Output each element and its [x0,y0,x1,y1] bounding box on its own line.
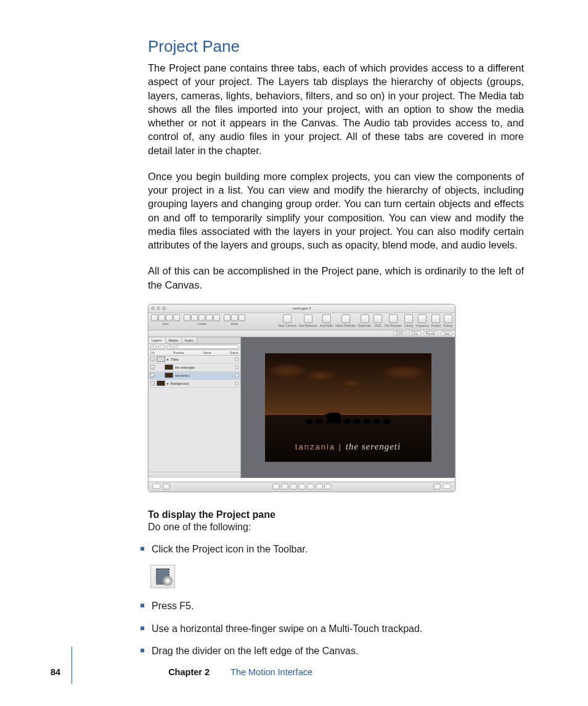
body-paragraph: All of this can be accomplished in the P… [148,264,524,292]
step-back-icon [281,483,288,490]
instruction-subtext: Do one of the following: [148,522,524,533]
tool-icon [239,314,245,321]
remove-button: − [158,345,165,349]
column-on: On [150,351,155,355]
project-icon [431,314,440,323]
canvas-text-part1: tanzania | [295,442,346,451]
toolbar-label: HUD [375,324,382,327]
canvas-area: tanzania | the serengeti [241,337,455,478]
make-particles-icon [341,314,350,323]
zoom-icon [162,306,166,310]
layer-row: ✓ tanzania | [149,372,240,380]
record-icon [316,483,323,490]
layers-list: ✓ ▸ Titles ✓ the serengeti [149,356,240,472]
elephant-silhouette [364,419,370,424]
layer-name: tanzania | [175,374,190,377]
chapter-title: The Motion Interface [231,667,312,677]
layer-row: ✓ ▸ Background [149,380,240,388]
play-icon [290,483,297,490]
lock-icon [235,358,239,361]
loop-icon [324,483,332,490]
add-button: + [150,345,157,349]
canvas-options-bar: 100% Color Render View [149,330,455,337]
tab-audio: Audio [182,337,197,343]
layer-name: Background [171,382,189,385]
bullet-item: Click the Project icon in the Toolbar. [141,543,524,588]
layer-name: the serengeti [175,366,195,369]
bullet-text: Click the Project icon in the Toolbar. [152,544,308,554]
view-mode: View [441,331,452,336]
elephant-silhouette [384,419,390,424]
tab-media: Media [166,337,182,343]
transport-button [433,483,441,490]
canvas-text-part2: the serengeti [346,441,401,451]
tool-icon [184,314,190,321]
toolbar-label: Create [197,322,206,326]
layer-thumbnail [165,372,173,378]
go-to-end-icon [307,483,314,490]
lock-icon [235,374,239,377]
bullet-text: Use a horizontal three-finger swipe on a… [152,623,422,634]
transport-button [163,483,170,490]
minimize-icon [157,306,160,310]
inspector-icon [418,314,427,323]
bullet-item: Press F5. [141,599,524,613]
layer-name: Titles [171,358,179,361]
checkbox-icon: ✓ [150,365,155,369]
elephant-silhouette [326,413,341,424]
tool-icon [213,314,220,321]
tool-icon [191,314,198,321]
toolbar-label: Make Particles [335,324,356,327]
app-window: serengeti 4 View [148,304,455,492]
pane-footer [149,472,240,478]
checkbox-icon: ✓ [150,373,155,377]
chapter-label: Chapter 2 [168,667,210,677]
toolbar-label: Add Behavior [299,324,317,327]
page-footer: 84 Chapter 2 The Motion Interface [51,660,551,684]
toolbar-group-create: Create [184,314,220,326]
layer-thumbnail [165,364,173,370]
project-pane: Layers Media Audio + − Search On Preview… [149,337,241,478]
timing-icon [444,314,452,323]
file-browser-icon [389,314,398,323]
tool-icon [151,314,158,321]
library-icon [404,314,413,323]
tool-icon [173,314,180,321]
bullet-text: Press F5. [152,601,194,611]
project-toolbar-icon-sample [150,565,175,588]
tool-icon [198,314,205,321]
transport-bar [149,482,455,491]
window-controls [151,306,166,310]
add-behavior-icon [304,314,312,323]
tool-icon [224,314,231,321]
body-paragraph: Once you begin building more complex pro… [148,170,524,252]
toolbar-label: File Browser [385,324,402,327]
elephant-silhouette [354,419,361,424]
go-to-start-icon [272,483,280,490]
color-channel: Color [409,331,421,336]
toolbar-label: Project [431,324,441,327]
toolbar-label: Mask [231,322,239,326]
render-mode: Render [423,331,438,336]
toolbar-label: View [162,322,169,326]
add-filter-icon [322,314,331,323]
layer-row: ✓ the serengeti [149,364,240,372]
checkbox-icon: ✓ [150,381,155,385]
layer-thumbnail [157,380,165,386]
elephant-silhouette [345,419,351,424]
checkbox-icon: ✓ [150,357,155,361]
window-titlebar: serengeti 4 [149,305,455,313]
layer-thumbnail [157,356,165,362]
lock-icon [235,366,239,369]
hud-icon [374,314,382,323]
timecode-display [152,483,161,489]
canvas-frame: tanzania | the serengeti [265,353,431,462]
page-number: 84 [51,667,60,677]
replicate-icon [361,314,369,323]
toolbar-label: New Camera [279,324,296,327]
tool-icon [158,314,165,321]
toolbar-label: Replicate [358,324,371,327]
tool-icon [231,314,238,321]
section-heading: Project Pane [148,37,524,56]
canvas-title-text: tanzania | the serengeti [265,441,431,452]
